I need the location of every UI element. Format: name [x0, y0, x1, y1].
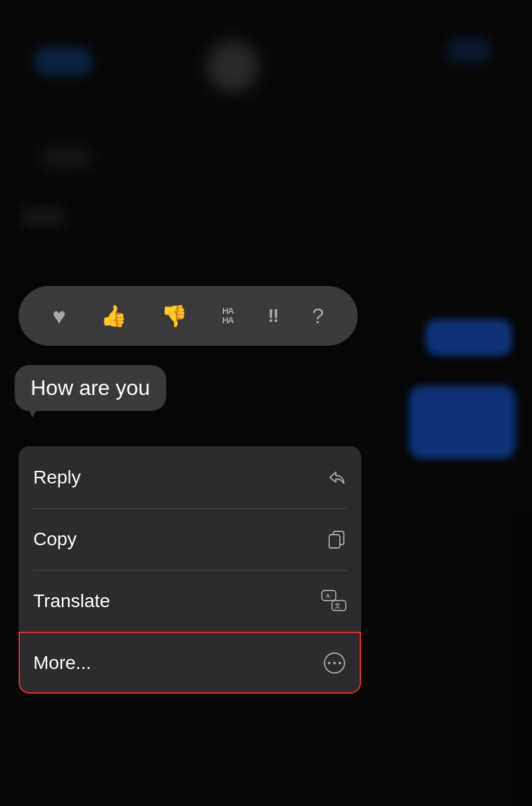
svg-point-8	[333, 662, 336, 664]
reaction-bar: ♥ 👍 👎 HAHA ‼ ?	[19, 286, 358, 346]
copy-icon	[327, 529, 346, 549]
svg-point-7	[328, 662, 331, 664]
translate-icon: A 文	[321, 590, 346, 612]
reaction-question[interactable]: ?	[312, 304, 324, 329]
reaction-thumbs-up[interactable]: 👍	[100, 303, 127, 329]
menu-item-more[interactable]: More...	[19, 632, 361, 694]
svg-text:文: 文	[334, 603, 340, 609]
message-text: How are you	[31, 376, 150, 400]
reaction-haha[interactable]: HAHA	[222, 307, 233, 326]
menu-item-translate[interactable]: Translate A 文	[19, 570, 361, 632]
reply-label: Reply	[33, 467, 81, 488]
reaction-heart[interactable]: ♥	[53, 303, 66, 329]
svg-point-9	[338, 662, 341, 664]
svg-rect-1	[329, 535, 340, 548]
message-bubble: How are you	[15, 365, 166, 411]
more-icon	[323, 651, 346, 675]
translate-label: Translate	[33, 591, 110, 612]
context-menu: Reply Copy Translate	[19, 446, 361, 694]
more-label: More...	[33, 652, 91, 674]
main-content: ♥ 👍 👎 HAHA ‼ ? How are you Reply	[0, 0, 532, 806]
menu-item-copy[interactable]: Copy	[19, 508, 361, 570]
reaction-thumbs-down[interactable]: 👎	[161, 303, 188, 329]
svg-text:A: A	[326, 592, 331, 599]
menu-item-reply[interactable]: Reply	[19, 446, 361, 508]
reply-icon	[327, 468, 346, 487]
reaction-exclamation[interactable]: ‼	[268, 305, 278, 327]
copy-label: Copy	[33, 529, 76, 550]
